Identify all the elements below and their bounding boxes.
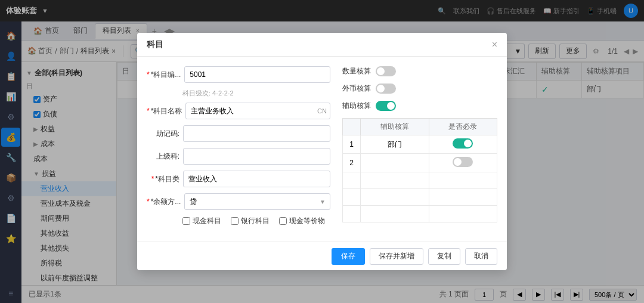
sub-col-required: 是否必录: [429, 119, 497, 135]
name-label: *科目名称: [147, 106, 182, 116]
modal-close-button[interactable]: ×: [492, 39, 497, 50]
save-button[interactable]: 保存: [332, 248, 365, 265]
sub-row2-required[interactable]: [429, 154, 497, 172]
mnemonic-input[interactable]: [183, 125, 330, 142]
cash-checkbox-item[interactable]: 现金科目: [182, 216, 221, 226]
code-hint: 科目级次: 4-2-2-2: [182, 89, 330, 98]
currency-calc-toggle[interactable]: [376, 84, 396, 94]
category-input[interactable]: [183, 171, 330, 187]
qty-calc-label: 数量核算: [342, 66, 371, 76]
direction-select[interactable]: 贷 借: [184, 193, 330, 210]
sub-table-row-3: [343, 172, 497, 189]
cancel-button[interactable]: 取消: [465, 248, 497, 265]
bank-checkbox[interactable]: [231, 217, 239, 225]
cash-equiv-checkbox-label: 现金等价物: [289, 216, 325, 226]
sub-row1-name: 部门: [361, 135, 429, 154]
sub-col-index: [343, 119, 361, 135]
name-suffix: CN: [317, 107, 327, 115]
modal-title: 科目: [147, 39, 163, 50]
sub-row2-name: [361, 154, 429, 172]
bank-checkbox-item[interactable]: 银行科目: [231, 216, 270, 226]
parent-input[interactable]: [183, 148, 330, 165]
save-new-button[interactable]: 保存并新增: [370, 248, 423, 265]
sub-row1-no: 1: [343, 135, 361, 154]
code-label: *科目编...: [147, 70, 181, 80]
currency-calc-label: 外币核算: [342, 84, 371, 94]
copy-button[interactable]: 复制: [428, 248, 460, 265]
mnemonic-label: 助记码:: [147, 129, 179, 139]
modal-overlay[interactable]: 科目 × *科目编... 科目级次: 4-2-2-2 *科目名称 CN: [0, 0, 644, 303]
cash-equiv-checkbox[interactable]: [279, 217, 287, 225]
row1-required-toggle[interactable]: [453, 138, 473, 149]
aux-calc-toggle[interactable]: [376, 101, 396, 111]
sub-table-row-2[interactable]: 2: [343, 154, 497, 172]
name-input[interactable]: [185, 103, 330, 119]
sub-col-aux: 辅助核算: [361, 119, 429, 135]
sub-row1-required[interactable]: [429, 135, 497, 154]
cash-checkbox-label: 现金科目: [193, 216, 221, 226]
sub-table-row-1[interactable]: 1 部门: [343, 135, 497, 154]
row2-required-toggle[interactable]: [453, 157, 473, 167]
bank-checkbox-label: 银行科目: [241, 216, 270, 226]
parent-label: 上级科:: [147, 152, 179, 162]
sub-table-row-5: [343, 206, 497, 222]
cash-checkbox[interactable]: [182, 217, 190, 225]
aux-calc-label: 辅助核算: [342, 101, 371, 111]
qty-calc-toggle[interactable]: [376, 66, 396, 76]
category-label: *科目类: [147, 174, 179, 184]
cash-equiv-checkbox-item[interactable]: 现金等价物: [279, 216, 325, 226]
code-input[interactable]: [184, 66, 330, 83]
direction-label: *余额方...: [147, 197, 181, 207]
sub-row2-no: 2: [343, 154, 361, 172]
modal-dialog: 科目 × *科目编... 科目级次: 4-2-2-2 *科目名称 CN: [137, 33, 507, 270]
sub-table-row-4: [343, 189, 497, 206]
